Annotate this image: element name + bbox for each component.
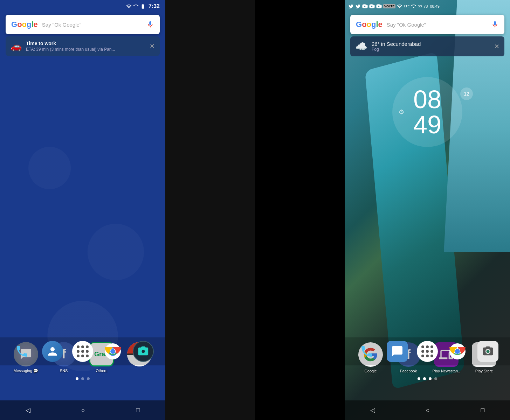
twitter-icon1 [348, 4, 354, 9]
lte-label: LTE [404, 5, 409, 8]
search-placeholder-right[interactable]: Say "Ok Google" [387, 22, 491, 28]
app-dock-area-right: Google f Facebook Play Newsstan.. [345, 342, 510, 385]
bottom-dock-left [0, 337, 165, 365]
google-app-label: Google [364, 369, 377, 373]
svg-point-3 [110, 349, 115, 354]
chrome-icon [105, 343, 121, 359]
dock-phone-left[interactable] [12, 341, 33, 362]
grab-label: Others [96, 369, 107, 373]
notif-close-left[interactable]: ✕ [150, 42, 155, 50]
search-bar-right[interactable]: Google Say "Ok Google" [350, 15, 504, 34]
dock-camera-left[interactable] [133, 341, 154, 362]
3g-label: 3G [418, 5, 422, 8]
bottom-dock-right [345, 337, 510, 365]
phone-icon [15, 344, 29, 358]
youtube-icon3 [376, 4, 382, 9]
svg-point-7 [486, 350, 489, 353]
youtube-icon2 [369, 4, 375, 9]
signal2-icon-right [411, 4, 416, 9]
weather-temp: 26° in Secunderabad [372, 41, 490, 47]
search-placeholder-left[interactable]: Say "Ok Google" [42, 22, 146, 28]
dot-1 [76, 377, 78, 380]
clock-widget: ⚙ 08 49 12 [392, 77, 462, 147]
apps-grid-icon [72, 341, 94, 362]
dot-2 [81, 377, 84, 380]
dot-r2 [423, 377, 426, 380]
dock-apps-left[interactable] [72, 341, 93, 362]
gap-between-phones [165, 0, 255, 420]
battery-percent-right: 78 [423, 4, 428, 8]
dock-apps-right[interactable] [417, 341, 438, 362]
notification-card-left: 🚗 Time to work ETA: 39 min (3 mins more … [6, 36, 160, 56]
sns-label: SNS [60, 369, 68, 373]
recents-btn-left[interactable]: □ [136, 407, 140, 414]
nav-bar-right: ◁ ○ □ [345, 400, 510, 420]
weather-info: 26° in Secunderabad Fog [372, 41, 490, 52]
weather-desc: Fog [372, 47, 490, 52]
clock-circle: ⚙ 08 49 12 [392, 77, 462, 147]
signal-icon [133, 4, 139, 9]
weather-close[interactable]: ✕ [494, 43, 499, 50]
signal-icon-right [397, 4, 402, 9]
playstore-label: Play Store [475, 369, 493, 373]
contacts-icon [46, 345, 59, 358]
wifi-icon [126, 4, 132, 9]
notif-text-left: Time to work ETA: 39 min (3 mins more th… [26, 41, 145, 52]
status-bar-left: 7:32 [0, 0, 165, 13]
status-icons-left: 7:32 [126, 3, 160, 9]
notif-title: Time to work [26, 41, 145, 46]
newsstand-label: Play Newsstan.. [433, 369, 460, 373]
page-dots-right [345, 377, 510, 380]
recents-btn-right[interactable]: □ [481, 407, 484, 414]
apps-grid-icon-right [416, 341, 438, 362]
left-phone: 7:32 Google Say "Ok Google" 🚗 Time to wo… [0, 0, 165, 420]
chrome-icon-right [449, 343, 466, 359]
status-bar-right: VOLTE LTE 3G 78 08:49 [345, 0, 510, 13]
messaging-label: Messaging 💬 [14, 369, 38, 373]
dot-r3 [429, 377, 432, 380]
dock-chrome-right[interactable] [447, 341, 468, 362]
facebook-label: Facebook [400, 369, 417, 373]
dock-chrome-left[interactable] [102, 341, 123, 362]
clock-settings-icon[interactable]: ⚙ [399, 108, 404, 116]
back-btn-left[interactable]: ◁ [26, 406, 30, 414]
app-dock-area-left: Messaging 💬 f SNS Grab Others [0, 342, 165, 385]
back-btn-right[interactable]: ◁ [370, 406, 375, 414]
clock-hours: 08 [413, 87, 441, 112]
camera-icon [137, 345, 149, 357]
dock-camera-right[interactable] [477, 341, 498, 362]
phone-icon-right [360, 344, 374, 358]
weather-cloud-icon: ☁️ [355, 41, 367, 52]
page-dots-left [0, 377, 165, 380]
battery-icon [140, 4, 146, 9]
home-btn-right[interactable]: ○ [426, 407, 430, 414]
weather-card-right: ☁️ 26° in Secunderabad Fog ✕ [350, 36, 504, 56]
dock-contacts-left[interactable] [42, 341, 63, 362]
google-logo-right: Google [356, 20, 382, 29]
dock-messaging-right[interactable] [387, 341, 408, 362]
camera-icon-right [482, 345, 494, 357]
time-right: 08:49 [430, 4, 440, 8]
volte-badge: VOLTE [383, 4, 395, 8]
search-bar-left[interactable]: Google Say "Ok Google" [6, 15, 160, 34]
messaging-icon-right [391, 345, 404, 358]
time-left: 7:32 [149, 3, 160, 9]
clock-date: 12 [460, 88, 473, 100]
dock-phone-right[interactable] [356, 341, 377, 362]
right-phone: VOLTE LTE 3G 78 08:49 Google Say "Ok Goo… [345, 0, 510, 420]
youtube-icon1 [362, 4, 368, 9]
nav-bar-left: ◁ ○ □ [0, 400, 165, 420]
dot-r4 [434, 377, 437, 380]
twitter-icon2 [355, 4, 361, 9]
home-btn-left[interactable]: ○ [81, 407, 85, 414]
mic-icon-right[interactable] [491, 21, 499, 28]
dot-3 [87, 377, 90, 380]
notif-subtitle: ETA: 39 min (3 mins more than usual) via… [26, 47, 145, 52]
google-logo-left: Google [11, 20, 38, 29]
svg-point-6 [455, 349, 460, 354]
mic-icon-left[interactable] [146, 21, 154, 28]
notif-car-icon: 🚗 [11, 41, 22, 52]
clock-minutes: 49 [413, 112, 441, 137]
dot-r1 [418, 377, 420, 380]
